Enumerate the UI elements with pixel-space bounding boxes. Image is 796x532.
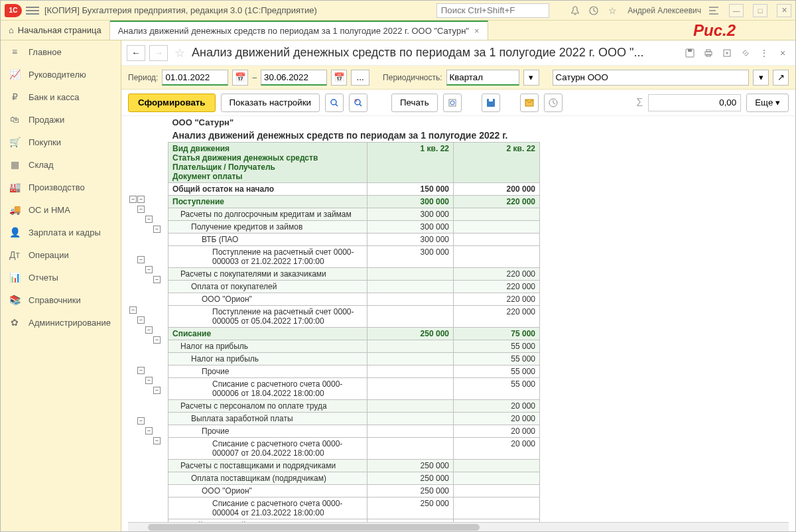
- sidebar-item-2[interactable]: ₽Банк и касса: [1, 86, 121, 108]
- report-row[interactable]: Поступление на расчетный счет 0000-00000…: [168, 306, 540, 328]
- menu-burger[interactable]: [26, 4, 39, 17]
- sidebar-item-10[interactable]: 📊Отчеты: [1, 266, 121, 289]
- sidebar-item-12[interactable]: ✿Администрирование: [1, 311, 121, 334]
- report-row[interactable]: Расчеты с поставщиками и подрядчиками250…: [168, 460, 540, 472]
- maximize-button[interactable]: □: [753, 4, 767, 17]
- horizontal-scrollbar[interactable]: [128, 522, 789, 531]
- search-back-icon[interactable]: [349, 94, 367, 112]
- tree-toggle[interactable]: −: [137, 206, 145, 213]
- calendar-from-button[interactable]: 📅: [232, 70, 248, 86]
- show-settings-button[interactable]: Показать настройки: [221, 94, 320, 112]
- report-row[interactable]: Списание с расчетного счета 0000-000007 …: [168, 438, 540, 460]
- sidebar-item-1[interactable]: 📈Руководителю: [1, 63, 121, 86]
- report-row[interactable]: Поступление на расчетный счет 0000-00000…: [168, 246, 540, 268]
- tree-toggle[interactable]: −: [137, 256, 145, 263]
- sidebar-item-4[interactable]: 🛒Покупки: [1, 131, 121, 153]
- tree-toggle[interactable]: −: [129, 306, 137, 314]
- tree-toggle[interactable]: −: [145, 326, 153, 334]
- star-icon[interactable]: ☆: [606, 5, 618, 17]
- date-from-input[interactable]: [162, 70, 228, 86]
- report-row[interactable]: Расчеты с персоналом по оплате труда20 0…: [168, 400, 540, 413]
- periodicity-select[interactable]: [446, 70, 519, 86]
- favorite-star-icon[interactable]: ☆: [172, 45, 188, 61]
- settings-lines-icon[interactable]: [708, 5, 720, 17]
- report-row[interactable]: Расчеты с покупателями и заказчиками220 …: [168, 268, 540, 281]
- save-icon[interactable]: [482, 94, 500, 112]
- tree-toggle[interactable]: −: [153, 336, 161, 344]
- tree-toggle[interactable]: −: [153, 437, 161, 444]
- history-icon[interactable]: [588, 5, 600, 17]
- report-row[interactable]: Налог на прибыль55 000: [168, 353, 540, 366]
- report-row[interactable]: Общий остаток на начало150 000200 000: [168, 183, 540, 196]
- report-row[interactable]: Получение кредитов и займов300 000: [168, 221, 540, 233]
- tree-toggle[interactable]: −: [137, 367, 145, 374]
- sigma-icon: Σ: [636, 97, 643, 109]
- search-icon[interactable]: [325, 94, 344, 112]
- sidebar-item-8[interactable]: 👤Зарплата и кадры: [1, 221, 121, 243]
- report-area[interactable]: ООО "Сатурн" Анализ движений денежных ср…: [121, 116, 795, 522]
- minimize-button[interactable]: —: [729, 4, 744, 17]
- report-row[interactable]: ВТБ (ПАО300 000: [168, 233, 540, 246]
- org-dropdown-button[interactable]: ▾: [753, 70, 769, 86]
- report-row[interactable]: Поступление300 000220 000: [168, 196, 540, 208]
- report-row[interactable]: Прочие20 000: [168, 425, 540, 438]
- sidebar-item-6[interactable]: 🏭Производство: [1, 176, 121, 198]
- report-row[interactable]: Оплата поставщикам (подрядчикам)250 000: [168, 472, 540, 485]
- report-row[interactable]: Списание с расчетного счета 0000-000004 …: [168, 498, 540, 519]
- sidebar-item-0[interactable]: ≡Главное: [1, 40, 121, 63]
- report-row[interactable]: Прочие55 000: [168, 366, 540, 378]
- tree-toggle[interactable]: −: [137, 196, 145, 203]
- sidebar-item-7[interactable]: 🚚ОС и НМА: [1, 198, 121, 221]
- periodicity-dropdown-button[interactable]: ▾: [523, 70, 539, 86]
- more-dots-icon[interactable]: ⋮: [757, 46, 771, 60]
- tree-toggle[interactable]: −: [129, 196, 137, 203]
- tree-toggle[interactable]: −: [137, 316, 145, 324]
- report-row[interactable]: ООО "Орион"220 000: [168, 293, 540, 306]
- save-disk-icon[interactable]: [683, 46, 697, 60]
- tree-toggle[interactable]: −: [145, 427, 153, 434]
- report-row[interactable]: Налог на прибыль55 000: [168, 340, 540, 353]
- tree-toggle[interactable]: −: [145, 266, 153, 273]
- form-button[interactable]: Сформировать: [128, 94, 216, 112]
- sidebar-item-5[interactable]: ▦Склад: [1, 153, 121, 176]
- nav-back-button[interactable]: ←: [127, 45, 145, 61]
- nav-forward-button[interactable]: →: [149, 45, 168, 61]
- clock-icon[interactable]: [544, 94, 563, 112]
- mail-icon[interactable]: [520, 94, 539, 112]
- period-extra-button[interactable]: ...: [351, 70, 369, 86]
- print-button[interactable]: Печать: [391, 94, 438, 112]
- tree-toggle[interactable]: −: [145, 377, 153, 384]
- close-content-icon[interactable]: ×: [775, 46, 790, 60]
- tab-close-icon[interactable]: ×: [474, 26, 480, 36]
- date-to-input[interactable]: [261, 70, 327, 86]
- report-row[interactable]: Оплата от покупателей220 000: [168, 281, 540, 293]
- sidebar-item-11[interactable]: 📚Справочники: [1, 289, 121, 311]
- tab-home[interactable]: ⌂ Начальная страница: [1, 21, 110, 40]
- calendar-to-button[interactable]: 📅: [331, 70, 347, 86]
- link-icon[interactable]: [738, 46, 753, 60]
- sidebar-item-9[interactable]: ДтОперации: [1, 243, 121, 266]
- bell-icon[interactable]: [569, 5, 581, 17]
- tree-toggle[interactable]: −: [153, 387, 161, 394]
- global-search-input[interactable]: [436, 3, 550, 18]
- more-button[interactable]: Еще ▾: [746, 94, 789, 112]
- close-window-button[interactable]: ✕: [777, 4, 791, 17]
- report-row[interactable]: Выплата заработной платы20 000: [168, 413, 540, 425]
- preview-icon[interactable]: [443, 94, 462, 112]
- tree-toggle[interactable]: −: [145, 216, 153, 223]
- report-row[interactable]: Списание с расчетного счета 0000-000006 …: [168, 378, 540, 400]
- tree-toggle[interactable]: −: [137, 417, 145, 425]
- org-open-button[interactable]: ↗: [773, 70, 789, 86]
- org-input[interactable]: [553, 70, 749, 86]
- report-row[interactable]: Расчеты по долгосрочным кредитам и займа…: [168, 208, 540, 221]
- export-icon[interactable]: [720, 46, 734, 60]
- report-row[interactable]: Списание250 00075 000: [168, 328, 540, 340]
- print-icon[interactable]: [701, 46, 716, 60]
- scrollbar-thumb[interactable]: [148, 524, 480, 531]
- tab-report[interactable]: Анализ движений денежных средств по пери…: [110, 21, 488, 40]
- tree-toggle[interactable]: −: [153, 276, 161, 283]
- report-row[interactable]: ООО "Орион"250 000: [168, 485, 540, 498]
- sum-field[interactable]: [648, 94, 741, 111]
- sidebar-item-3[interactable]: 🛍Продажи: [1, 108, 121, 131]
- tree-toggle[interactable]: −: [153, 226, 161, 233]
